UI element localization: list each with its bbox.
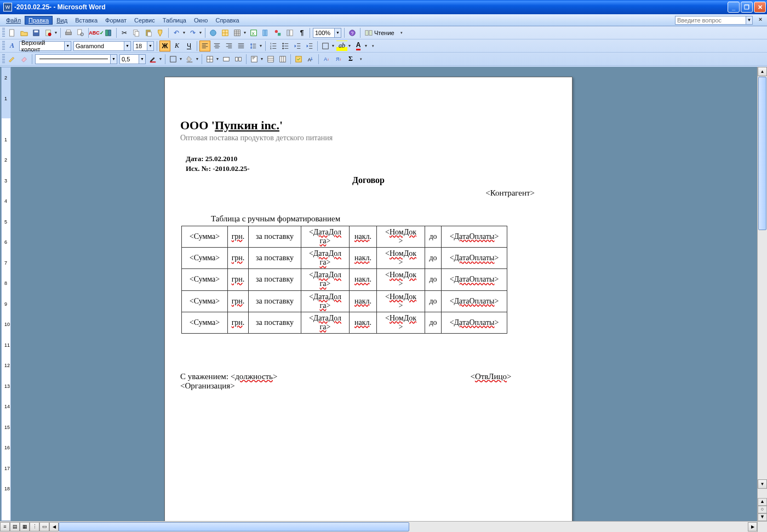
undo-dropdown[interactable]: ▼ bbox=[181, 27, 187, 38]
line-weight-combo[interactable]: 0,5▼ bbox=[119, 54, 146, 64]
highlight-dropdown[interactable]: ▼ bbox=[347, 41, 352, 52]
menu-view[interactable]: Вид bbox=[53, 16, 71, 25]
outside-border-button[interactable] bbox=[168, 54, 179, 65]
scroll-up-button[interactable]: ▲ bbox=[758, 67, 767, 76]
research-button[interactable] bbox=[103, 27, 114, 38]
autosum-button[interactable]: Σ bbox=[345, 54, 356, 65]
doc-close-button[interactable]: × bbox=[756, 16, 765, 25]
save-button[interactable] bbox=[31, 27, 42, 38]
menu-edit[interactable]: Правка bbox=[25, 16, 53, 25]
align-center-button[interactable] bbox=[211, 41, 222, 52]
insert-table-dropdown[interactable]: ▼ bbox=[242, 27, 248, 38]
font-combo[interactable]: Garamond▼ bbox=[73, 41, 131, 51]
menu-format[interactable]: Формат bbox=[101, 16, 130, 25]
split-cells-button[interactable] bbox=[233, 54, 244, 65]
minimize-button[interactable]: _ bbox=[728, 2, 740, 13]
scroll-down-button[interactable]: ▼ bbox=[758, 479, 767, 489]
underline-button[interactable]: Ч bbox=[184, 41, 194, 52]
help-search-dropdown[interactable]: ▼ bbox=[746, 16, 753, 25]
distribute-cols-button[interactable] bbox=[277, 54, 288, 65]
numbering-button[interactable]: 123 bbox=[268, 41, 279, 52]
line-spacing-button[interactable] bbox=[248, 41, 259, 52]
menu-table[interactable]: Таблица bbox=[159, 16, 190, 25]
toolbar-options-3[interactable]: ▾ bbox=[358, 54, 364, 65]
reading-view-button[interactable]: ▭ bbox=[39, 522, 49, 531]
vertical-ruler[interactable]: 21123456789101112131415161718 bbox=[1, 67, 11, 521]
style-combo[interactable]: Верхний колонт▼ bbox=[19, 41, 71, 51]
eraser-button[interactable] bbox=[19, 54, 30, 65]
scroll-thumb-v[interactable] bbox=[758, 77, 766, 230]
hyperlink-button[interactable] bbox=[208, 27, 219, 38]
draw-table-button[interactable] bbox=[7, 54, 18, 65]
menu-file[interactable]: Файл bbox=[2, 16, 25, 25]
show-marks-button[interactable]: ¶ bbox=[296, 27, 307, 38]
print-layout-button[interactable]: ▦ bbox=[20, 522, 30, 531]
align-left-button[interactable] bbox=[199, 41, 210, 52]
font-color-dropdown[interactable]: ▼ bbox=[363, 41, 369, 52]
line-style-combo[interactable]: ▼ bbox=[35, 54, 117, 64]
borders-button[interactable] bbox=[320, 41, 331, 52]
insert-excel-button[interactable]: X bbox=[248, 27, 259, 38]
border-color-button[interactable] bbox=[147, 54, 158, 65]
drawing-button[interactable] bbox=[272, 27, 283, 38]
styles-pane-button[interactable]: A bbox=[7, 41, 18, 52]
insert-table-button[interactable] bbox=[232, 27, 243, 38]
zoom-combo[interactable]: 100%▼ bbox=[313, 28, 341, 38]
spellcheck-button[interactable]: ABC✓ bbox=[91, 27, 102, 38]
text-direction-button[interactable]: A bbox=[305, 54, 316, 65]
open-button[interactable] bbox=[19, 27, 30, 38]
shading-color-button[interactable] bbox=[184, 54, 195, 65]
cut-button[interactable]: ✂ bbox=[119, 27, 130, 38]
permissions-dropdown[interactable]: ▼ bbox=[53, 27, 59, 38]
menu-service[interactable]: Сервис bbox=[130, 16, 159, 25]
increase-indent-button[interactable] bbox=[304, 41, 315, 52]
toolbar-options-2[interactable]: ▾ bbox=[370, 41, 376, 52]
scroll-left-button[interactable]: ◀ bbox=[49, 522, 59, 531]
toolbar-options-1[interactable]: ▾ bbox=[399, 27, 404, 38]
redo-button[interactable]: ↷ bbox=[187, 27, 198, 38]
undo-button[interactable]: ↶ bbox=[171, 27, 182, 38]
distribute-rows-button[interactable] bbox=[265, 54, 276, 65]
reading-layout-button[interactable]: Чтение bbox=[362, 27, 397, 38]
outline-view-button[interactable]: ⋮ bbox=[30, 522, 39, 531]
autoformat-button[interactable] bbox=[293, 54, 304, 65]
bullets-button[interactable] bbox=[280, 41, 291, 52]
tables-borders-button[interactable] bbox=[220, 27, 231, 38]
cell-align-dropdown[interactable]: ▼ bbox=[259, 54, 265, 65]
scroll-thumb-h[interactable] bbox=[59, 522, 409, 531]
new-doc-button[interactable] bbox=[7, 27, 18, 38]
font-color-button[interactable]: A bbox=[353, 41, 364, 52]
italic-button[interactable]: К bbox=[171, 41, 182, 52]
close-button[interactable]: ✕ bbox=[754, 2, 766, 13]
decrease-indent-button[interactable] bbox=[292, 41, 303, 52]
help-search-input[interactable] bbox=[675, 16, 746, 25]
align-justify-button[interactable] bbox=[236, 41, 247, 52]
toolbar-grip[interactable] bbox=[2, 41, 5, 51]
sort-desc-button[interactable]: Я↓ bbox=[333, 54, 344, 65]
permissions-button[interactable] bbox=[43, 27, 54, 38]
paste-button[interactable] bbox=[143, 27, 154, 38]
toolbar-grip[interactable] bbox=[2, 28, 5, 38]
cell-align-button[interactable] bbox=[249, 54, 260, 65]
sort-asc-button[interactable]: A↓ bbox=[321, 54, 332, 65]
borders-dropdown[interactable]: ▼ bbox=[330, 41, 336, 52]
prev-page-button[interactable]: ▲ bbox=[758, 498, 767, 506]
maximize-button[interactable]: ❐ bbox=[741, 2, 753, 13]
print-preview-button[interactable] bbox=[75, 27, 86, 38]
select-browse-object[interactable]: ○ bbox=[758, 506, 767, 513]
bold-button[interactable]: Ж bbox=[159, 41, 170, 52]
toolbar-grip[interactable] bbox=[2, 54, 5, 64]
normal-view-button[interactable]: ≡ bbox=[0, 522, 10, 531]
highlight-button[interactable]: ab bbox=[336, 41, 347, 52]
web-layout-button[interactable]: ▤ bbox=[10, 522, 20, 531]
redo-dropdown[interactable]: ▼ bbox=[198, 27, 203, 38]
shading-color-dropdown[interactable]: ▼ bbox=[194, 54, 200, 65]
menu-help[interactable]: Справка bbox=[211, 16, 243, 25]
menu-window[interactable]: Окно bbox=[190, 16, 212, 25]
size-combo[interactable]: 18▼ bbox=[133, 41, 154, 51]
border-color-dropdown[interactable]: ▼ bbox=[158, 54, 163, 65]
line-spacing-dropdown[interactable]: ▼ bbox=[258, 41, 264, 52]
print-button[interactable] bbox=[63, 27, 74, 38]
next-page-button[interactable]: ▼ bbox=[758, 513, 767, 521]
scroll-right-button[interactable]: ▶ bbox=[748, 522, 757, 531]
